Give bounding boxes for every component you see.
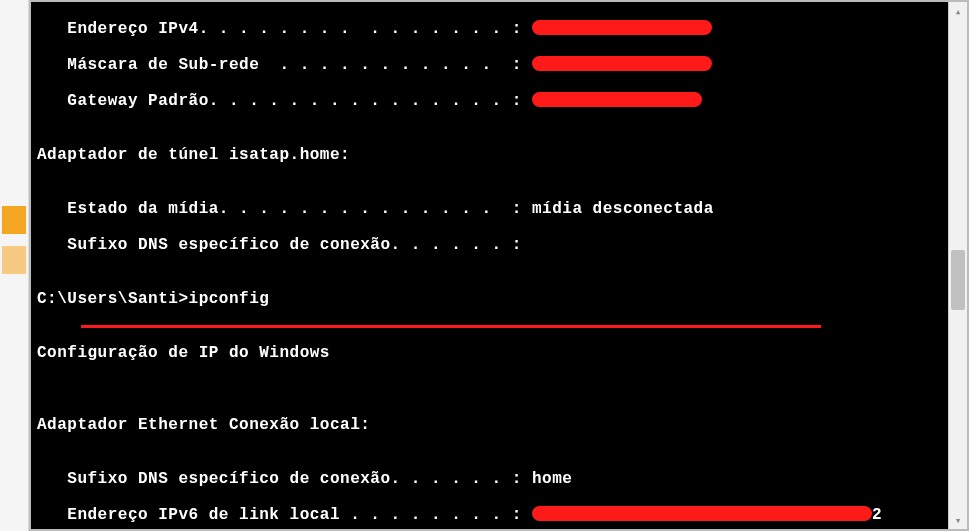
out-line: Sufixo DNS específico de conexão. . . . …: [37, 236, 942, 254]
out-line: Configuração de IP do Windows: [37, 344, 942, 362]
redaction-block: [532, 506, 872, 521]
sidebar-tab-marker[interactable]: [2, 246, 26, 274]
redaction-block: [532, 92, 702, 107]
out-line: Máscara de Sub-rede . . . . . . . . . . …: [37, 56, 532, 74]
highlight-underline: [81, 325, 821, 328]
out-line: Endereço IPv4. . . . . . . . . . . . . .…: [37, 20, 532, 38]
left-sidebar: [0, 0, 29, 531]
out-line: Adaptador Ethernet Conexão local:: [37, 416, 942, 434]
out-line: Endereço IPv6 de link local . . . . . . …: [37, 506, 532, 524]
out-line: Estado da mídia. . . . . . . . . . . . .…: [37, 200, 942, 218]
redaction-block: [532, 20, 712, 35]
scroll-up-button[interactable]: ▴: [949, 2, 967, 20]
terminal-output[interactable]: Endereço IPv4. . . . . . . . . . . . . .…: [31, 2, 948, 529]
out-line: Gateway Padrão. . . . . . . . . . . . . …: [37, 92, 532, 110]
scroll-thumb[interactable]: [951, 250, 965, 310]
redaction-block: [532, 56, 712, 71]
out-line: 2: [872, 506, 882, 524]
sidebar-spacer: [2, 238, 26, 242]
scroll-track[interactable]: [949, 20, 967, 511]
out-line: Adaptador de túnel isatap.home:: [37, 146, 942, 164]
scroll-down-button[interactable]: ▾: [949, 511, 967, 529]
out-line: Sufixo DNS específico de conexão. . . . …: [37, 470, 942, 488]
sidebar-tab-marker[interactable]: [2, 206, 26, 234]
terminal-window: Endereço IPv4. . . . . . . . . . . . . .…: [29, 0, 969, 531]
vertical-scrollbar[interactable]: ▴ ▾: [948, 2, 967, 529]
sidebar-spacer: [2, 2, 26, 202]
prompt-line: C:\Users\Santi>ipconfig: [37, 290, 942, 308]
